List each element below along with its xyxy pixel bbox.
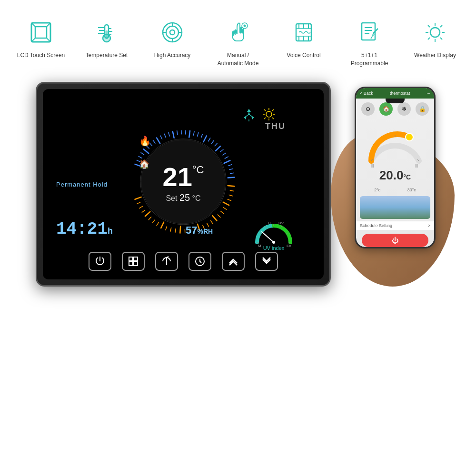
set-temp-row: Set 25 °C <box>163 192 204 203</box>
svg-line-64 <box>272 109 274 111</box>
svg-line-123 <box>152 219 155 222</box>
svg-text:UV: UV <box>278 221 284 225</box>
thermostat-screen: Permanent Hold THU <box>43 89 324 279</box>
svg-line-103 <box>229 195 233 196</box>
feature-high-accuracy: High Accuracy <box>146 18 198 60</box>
schedule-button[interactable] <box>122 252 145 271</box>
svg-line-72 <box>144 149 149 153</box>
svg-line-121 <box>161 222 164 228</box>
svg-rect-145 <box>129 262 133 266</box>
manual-auto-label: Manual / Automatic Mode <box>218 51 259 68</box>
schedule-setting[interactable]: Schedule Setting > <box>356 221 434 230</box>
phone-notch <box>386 99 405 103</box>
down-button[interactable] <box>255 252 278 271</box>
phone-icon-2[interactable]: 🏠 <box>379 102 393 116</box>
up-button[interactable] <box>222 252 245 271</box>
phone-icon-4[interactable]: 🔒 <box>416 102 429 116</box>
feature-voice: Voice Control <box>278 18 330 60</box>
phone-high-label: 30°c <box>407 188 416 192</box>
svg-line-75 <box>153 140 155 143</box>
phone-icon-3[interactable]: ❄ <box>397 102 411 116</box>
uv-gauge: M H UV Ex UV index <box>252 214 295 247</box>
phone-container: < Back thermostat ··· ⊙ 🏠 ❄ 🔒 <box>345 87 440 287</box>
phone-low-label: 2°c <box>374 188 380 192</box>
svg-line-77 <box>160 136 162 139</box>
svg-line-129 <box>135 197 141 199</box>
svg-line-99 <box>230 173 234 173</box>
temp-display: 🔥 🏠 21 °C Set 25 °C <box>163 164 204 203</box>
svg-rect-143 <box>129 257 133 261</box>
svg-line-81 <box>177 130 178 134</box>
svg-line-128 <box>137 202 140 204</box>
set-label: Set <box>166 194 177 202</box>
hand-icon <box>224 18 252 47</box>
feature-weather: Weather Display <box>409 18 461 60</box>
svg-line-86 <box>198 132 198 136</box>
svg-line-46 <box>440 38 442 40</box>
main-area: Permanent Hold THU <box>0 77 476 296</box>
voice-label: Voice Control <box>287 51 320 60</box>
temp-gauge: 🔥 🏠 21 °C Set 25 °C <box>121 119 245 243</box>
feature-manual-auto: Manual / Automatic Mode <box>212 18 264 68</box>
humidity-display: 57%RH <box>186 224 213 237</box>
svg-line-98 <box>229 169 233 169</box>
svg-line-127 <box>139 206 143 208</box>
svg-line-122 <box>157 222 159 226</box>
lcd-icon <box>27 18 55 47</box>
svg-rect-33 <box>362 23 375 40</box>
svg-line-102 <box>230 190 234 191</box>
svg-line-70 <box>139 156 142 158</box>
svg-point-23 <box>244 25 246 27</box>
svg-line-90 <box>212 140 214 143</box>
svg-line-125 <box>145 211 150 216</box>
power-button[interactable] <box>89 252 111 271</box>
humidity-unit: %RH <box>197 228 213 235</box>
svg-line-119 <box>170 228 171 231</box>
svg-line-92 <box>216 146 220 151</box>
svg-line-39 <box>371 37 372 39</box>
svg-line-91 <box>215 143 217 146</box>
svg-line-85 <box>193 131 194 135</box>
svg-line-76 <box>157 138 160 143</box>
svg-line-118 <box>175 228 176 232</box>
svg-text:H: H <box>268 221 271 225</box>
svg-line-101 <box>228 186 235 186</box>
svg-line-109 <box>212 216 217 221</box>
weather-icon <box>421 18 449 47</box>
phone-status-bar: < Back thermostat ··· <box>356 88 434 99</box>
svg-point-149 <box>406 133 413 141</box>
mode-button[interactable] <box>155 252 178 271</box>
weather-icons <box>242 107 276 121</box>
svg-line-126 <box>142 210 145 212</box>
phone-icon-1[interactable]: ⊙ <box>361 102 375 116</box>
temp-unit: °C <box>192 164 204 176</box>
time-display: 14:21h <box>56 219 113 239</box>
clock-button[interactable] <box>188 252 211 271</box>
svg-marker-50 <box>247 109 251 112</box>
phone-power-btn[interactable]: ⏻ <box>362 234 428 247</box>
svg-line-45 <box>428 25 430 27</box>
day-label: THU <box>265 121 286 131</box>
svg-line-84 <box>189 130 190 137</box>
programmable-label: 5+1+1 Programmable <box>351 51 388 68</box>
svg-line-100 <box>228 177 235 178</box>
set-temp: 25 <box>179 192 190 203</box>
svg-line-108 <box>218 215 220 218</box>
svg-line-94 <box>223 153 226 155</box>
program-icon <box>355 18 384 47</box>
lcd-label: LCD Touch Screen <box>17 51 65 60</box>
svg-point-131 <box>272 241 275 244</box>
phone-back[interactable]: < Back <box>360 91 373 96</box>
features-row: LCD Touch Screen Temperature Set <box>0 0 476 77</box>
svg-line-80 <box>173 131 174 138</box>
thermostat-device: Permanent Hold THU <box>36 82 331 287</box>
phone-body: < Back thermostat ··· ⊙ 🏠 ❄ 🔒 <box>355 87 436 248</box>
svg-line-105 <box>223 202 229 205</box>
svg-line-87 <box>201 134 203 137</box>
weather-label: Weather Display <box>414 51 456 60</box>
svg-rect-144 <box>134 257 138 261</box>
svg-line-96 <box>224 160 230 163</box>
phone-title: thermostat <box>390 91 410 96</box>
set-unit: °C <box>192 194 201 202</box>
svg-line-107 <box>221 211 224 213</box>
